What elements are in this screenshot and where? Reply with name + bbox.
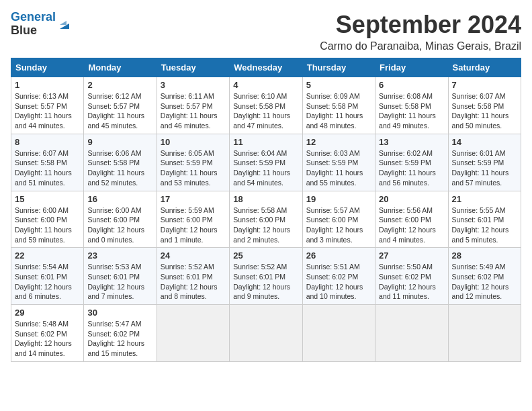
calendar-cell: 23Sunrise: 5:53 AMSunset: 6:01 PMDayligh… <box>84 248 157 305</box>
calendar-week-row: 8Sunrise: 6:07 AMSunset: 5:58 PMDaylight… <box>11 134 521 191</box>
sunset-line: Sunset: 6:00 PM <box>233 215 298 225</box>
weekday-header-friday: Friday <box>375 58 448 77</box>
calendar-week-row: 1Sunrise: 6:13 AMSunset: 5:57 PMDaylight… <box>11 77 521 134</box>
calendar-cell: 20Sunrise: 5:56 AMSunset: 6:00 PMDayligh… <box>375 191 448 248</box>
sunrise-line: Sunrise: 6:10 AM <box>233 91 298 101</box>
calendar-cell: 17Sunrise: 5:59 AMSunset: 6:00 PMDayligh… <box>157 191 229 248</box>
sunset-line: Sunset: 6:00 PM <box>379 215 444 225</box>
day-number: 26 <box>306 250 371 261</box>
calendar-cell: 16Sunrise: 6:00 AMSunset: 6:00 PMDayligh… <box>84 191 157 248</box>
calendar-cell <box>375 305 448 362</box>
day-number: 22 <box>15 250 80 261</box>
daylight-line: Daylight: 12 hours and 12 minutes. <box>452 282 517 302</box>
calendar-cell: 8Sunrise: 6:07 AMSunset: 5:58 PMDaylight… <box>11 134 84 191</box>
daylight-line: Daylight: 11 hours and 44 minutes. <box>15 111 80 130</box>
weekday-header-saturday: Saturday <box>448 58 521 77</box>
day-number: 21 <box>452 194 517 204</box>
sunrise-line: Sunrise: 6:01 AM <box>452 148 517 158</box>
calendar-cell: 2Sunrise: 6:12 AMSunset: 5:57 PMDaylight… <box>84 77 157 134</box>
daylight-line: Daylight: 11 hours and 56 minutes. <box>379 168 444 187</box>
sunset-line: Sunset: 6:02 PM <box>379 272 444 282</box>
calendar-cell: 11Sunrise: 6:04 AMSunset: 5:59 PMDayligh… <box>230 134 302 191</box>
sunrise-line: Sunrise: 6:09 AM <box>306 91 371 101</box>
calendar-cell: 13Sunrise: 6:02 AMSunset: 5:59 PMDayligh… <box>375 134 448 191</box>
daylight-line: Daylight: 12 hours and 2 minutes. <box>233 225 298 244</box>
daylight-line: Daylight: 11 hours and 51 minutes. <box>15 168 80 187</box>
logo: General Blue <box>11 11 72 38</box>
sunrise-line: Sunrise: 6:07 AM <box>15 148 80 158</box>
daylight-line: Daylight: 12 hours and 0 minutes. <box>87 225 152 244</box>
sunset-line: Sunset: 6:00 PM <box>15 215 80 225</box>
day-number: 16 <box>87 194 152 204</box>
daylight-line: Daylight: 11 hours and 57 minutes. <box>452 168 517 187</box>
calendar-cell: 1Sunrise: 6:13 AMSunset: 5:57 PMDaylight… <box>11 77 84 134</box>
title-block: September 2024 Carmo do Paranaiba, Minas… <box>320 11 521 52</box>
daylight-line: Daylight: 11 hours and 50 minutes. <box>452 111 517 130</box>
logo-text: General Blue <box>11 11 56 38</box>
sunset-line: Sunset: 5:59 PM <box>306 158 371 168</box>
sunset-line: Sunset: 6:02 PM <box>452 272 517 282</box>
sunset-line: Sunset: 5:57 PM <box>87 101 152 111</box>
calendar-cell: 27Sunrise: 5:50 AMSunset: 6:02 PMDayligh… <box>375 248 448 305</box>
location-subtitle: Carmo do Paranaiba, Minas Gerais, Brazil <box>320 40 521 52</box>
calendar-week-row: 29Sunrise: 5:48 AMSunset: 6:02 PMDayligh… <box>11 305 521 362</box>
sunrise-line: Sunrise: 5:57 AM <box>306 205 371 216</box>
day-number: 30 <box>87 308 152 318</box>
sunset-line: Sunset: 5:58 PM <box>233 101 298 111</box>
sunrise-line: Sunrise: 5:52 AM <box>233 262 298 272</box>
svg-marker-1 <box>60 21 66 25</box>
sunrise-line: Sunrise: 6:12 AM <box>87 91 152 101</box>
calendar-cell: 6Sunrise: 6:08 AMSunset: 5:58 PMDaylight… <box>375 77 448 134</box>
daylight-line: Daylight: 12 hours and 9 minutes. <box>233 282 298 302</box>
day-number: 6 <box>379 80 444 90</box>
sunset-line: Sunset: 6:02 PM <box>15 329 80 339</box>
sunrise-line: Sunrise: 6:00 AM <box>15 205 80 216</box>
day-number: 10 <box>161 137 226 147</box>
day-number: 11 <box>233 137 298 147</box>
day-number: 17 <box>161 194 226 204</box>
month-year-title: September 2024 <box>320 11 521 39</box>
day-number: 29 <box>15 308 80 318</box>
daylight-line: Daylight: 12 hours and 6 minutes. <box>15 282 80 302</box>
sunrise-line: Sunrise: 6:04 AM <box>233 148 298 158</box>
day-number: 18 <box>233 194 298 204</box>
sunrise-line: Sunrise: 6:03 AM <box>306 148 371 158</box>
daylight-line: Daylight: 11 hours and 45 minutes. <box>87 111 152 130</box>
calendar-cell: 21Sunrise: 5:55 AMSunset: 6:01 PMDayligh… <box>448 191 521 248</box>
sunset-line: Sunset: 6:01 PM <box>233 272 298 282</box>
sunset-line: Sunset: 5:59 PM <box>161 158 226 168</box>
day-number: 3 <box>161 80 226 90</box>
daylight-line: Daylight: 12 hours and 10 minutes. <box>306 282 371 302</box>
weekday-header-monday: Monday <box>84 58 157 77</box>
sunrise-line: Sunrise: 5:59 AM <box>161 205 226 216</box>
daylight-line: Daylight: 12 hours and 3 minutes. <box>306 225 371 244</box>
day-number: 2 <box>87 80 152 90</box>
sunrise-line: Sunrise: 6:13 AM <box>15 91 80 101</box>
daylight-line: Daylight: 11 hours and 52 minutes. <box>87 168 152 187</box>
calendar-cell: 22Sunrise: 5:54 AMSunset: 6:01 PMDayligh… <box>11 248 84 305</box>
calendar-table: SundayMondayTuesdayWednesdayThursdayFrid… <box>11 58 521 362</box>
sunrise-line: Sunrise: 6:02 AM <box>379 148 444 158</box>
calendar-cell: 9Sunrise: 6:06 AMSunset: 5:58 PMDaylight… <box>84 134 157 191</box>
sunrise-line: Sunrise: 6:05 AM <box>161 148 226 158</box>
logo-general: General <box>11 10 56 24</box>
calendar-cell: 4Sunrise: 6:10 AMSunset: 5:58 PMDaylight… <box>230 77 302 134</box>
weekday-header-row: SundayMondayTuesdayWednesdayThursdayFrid… <box>11 58 521 77</box>
day-number: 28 <box>452 250 517 261</box>
day-number: 13 <box>379 137 444 147</box>
daylight-line: Daylight: 11 hours and 48 minutes. <box>306 111 371 130</box>
day-number: 5 <box>306 80 371 90</box>
calendar-cell: 14Sunrise: 6:01 AMSunset: 5:59 PMDayligh… <box>448 134 521 191</box>
day-number: 4 <box>233 80 298 90</box>
sunset-line: Sunset: 5:59 PM <box>452 158 517 168</box>
daylight-line: Daylight: 12 hours and 7 minutes. <box>87 282 152 302</box>
day-number: 1 <box>15 80 80 90</box>
sunrise-line: Sunrise: 6:11 AM <box>161 91 226 101</box>
sunset-line: Sunset: 5:58 PM <box>306 101 371 111</box>
sunrise-line: Sunrise: 5:49 AM <box>452 262 517 272</box>
day-number: 7 <box>452 80 517 90</box>
sunset-line: Sunset: 6:01 PM <box>15 272 80 282</box>
sunset-line: Sunset: 6:01 PM <box>87 272 152 282</box>
calendar-header: SundayMondayTuesdayWednesdayThursdayFrid… <box>11 58 521 77</box>
sunset-line: Sunset: 5:59 PM <box>233 158 298 168</box>
